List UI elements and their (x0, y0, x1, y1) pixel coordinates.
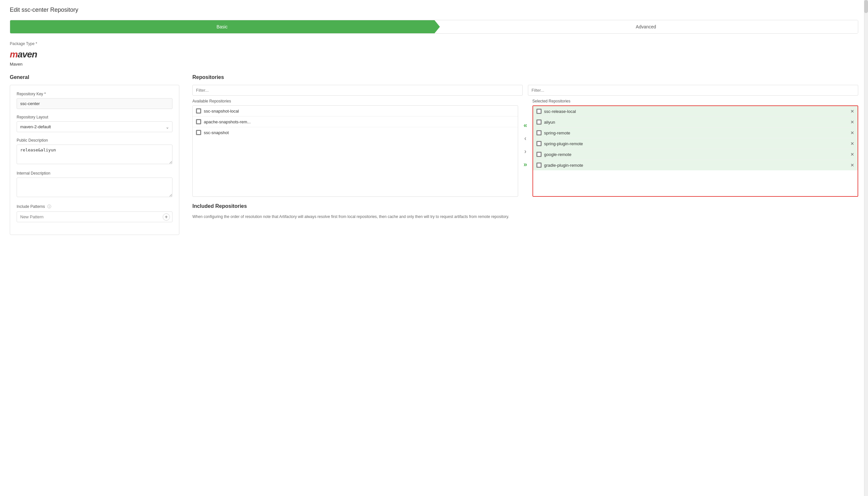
repository-layout-label: Repository Layout (17, 115, 173, 120)
selected-filter-input[interactable] (528, 85, 858, 96)
remove-repo-button[interactable]: ✕ (850, 152, 854, 157)
list-item[interactable]: ssc-snapshot (193, 127, 518, 138)
internal-description-group: Internal Description (17, 171, 173, 198)
internal-description-input[interactable] (17, 177, 173, 197)
move-all-left-button[interactable]: « (522, 120, 528, 129)
repository-layout-select-wrapper: maven-2-defaultsimple-defaultivy-default… (17, 121, 173, 132)
include-patterns-group: Include Patterns ⓘ + (17, 204, 173, 222)
repo-icon (196, 119, 201, 124)
move-all-right-button[interactable]: » (522, 159, 528, 169)
list-item[interactable]: ssc-snapshot-local (193, 106, 518, 117)
include-patterns-label: Include Patterns ⓘ (17, 204, 173, 210)
tab-advanced[interactable]: Advanced (434, 20, 858, 33)
package-type-label: Package Type * (10, 42, 858, 46)
repos-filters (192, 85, 858, 96)
include-patterns-input[interactable] (17, 212, 173, 222)
left-panel: General Repository Key * Repository Layo… (10, 74, 179, 235)
main-content: General Repository Key * Repository Layo… (10, 74, 858, 235)
public-description-label: Public Description (17, 138, 173, 143)
general-box: Repository Key * Repository Layout maven… (10, 85, 179, 235)
remove-repo-button[interactable]: ✕ (850, 163, 854, 167)
available-repo-list: ssc-snapshot-local apache-snapshots-rem.… (192, 105, 518, 197)
selected-repos-label: Selected Repositories (532, 99, 858, 104)
repository-key-group: Repository Key * (17, 92, 173, 109)
repo-icon (536, 152, 542, 157)
add-pattern-button[interactable]: + (163, 213, 170, 221)
available-repos-wrapper: Available Repositories ssc-snapshot-loca… (192, 99, 518, 197)
repo-icon (536, 130, 542, 136)
repository-layout-select[interactable]: maven-2-defaultsimple-defaultivy-default (17, 121, 173, 132)
list-item[interactable]: spring-plugin-remote ✕ (533, 138, 857, 149)
repository-key-label: Repository Key * (17, 92, 173, 96)
public-description-input[interactable]: release&aliyun (17, 144, 173, 164)
general-title: General (10, 74, 179, 80)
include-patterns-wrapper: + (17, 212, 173, 222)
repository-layout-group: Repository Layout maven-2-defaultsimple-… (17, 115, 173, 132)
svg-rect-7 (537, 153, 541, 156)
repo-icon (196, 108, 201, 113)
public-description-group: Public Description release&aliyun (17, 138, 173, 165)
tab-basic[interactable]: Basic (10, 20, 434, 33)
included-repos-title: Included Repositories (192, 203, 858, 209)
repository-key-input[interactable] (17, 98, 173, 109)
list-item[interactable]: apache-snapshots-rem... (193, 117, 518, 127)
scroll-thumb[interactable] (864, 0, 868, 13)
scrollbar[interactable] (864, 0, 868, 496)
list-item[interactable]: ssc-release-local ✕ (533, 106, 857, 117)
repo-name: ssc-snapshot-local (204, 109, 515, 113)
internal-description-label: Internal Description (17, 171, 173, 175)
page-title: Edit ssc-center Repository (10, 6, 858, 13)
list-item[interactable]: gradle-plugin-remote ✕ (533, 160, 857, 170)
selected-repo-list: ssc-release-local ✕ aliyun ✕ (532, 105, 858, 197)
included-repos-description: When configuring the order of resolution… (192, 214, 858, 220)
package-type-section: Package Type * maven Maven (10, 42, 858, 66)
repo-name: spring-plugin-remote (544, 141, 848, 146)
remove-repo-button[interactable]: ✕ (850, 141, 854, 146)
repo-icon (536, 162, 542, 168)
svg-rect-1 (197, 120, 200, 123)
svg-rect-5 (537, 131, 541, 135)
repo-name: google-remote (544, 152, 848, 157)
repo-name: ssc-snapshot (204, 130, 515, 135)
list-item[interactable]: aliyun ✕ (533, 117, 857, 128)
transfer-arrows: « ‹ › » (518, 99, 532, 190)
available-filter-input[interactable] (192, 85, 523, 96)
svg-rect-4 (537, 120, 541, 124)
svg-rect-0 (197, 109, 200, 112)
repo-name: apache-snapshots-rem... (204, 120, 515, 124)
right-panel: Repositories Available Repositories (192, 74, 858, 235)
selected-repos-wrapper: Selected Repositories ssc-release-local … (532, 99, 858, 197)
move-right-button[interactable]: › (523, 146, 528, 156)
repos-columns: Available Repositories ssc-snapshot-loca… (192, 99, 858, 197)
repo-icon (536, 109, 542, 114)
remove-repo-button[interactable]: ✕ (850, 120, 854, 124)
repo-name: ssc-release-local (544, 109, 848, 114)
repo-icon (536, 141, 542, 146)
maven-name: Maven (10, 62, 858, 66)
repo-icon (196, 130, 201, 135)
svg-rect-3 (537, 110, 541, 113)
available-repos-label: Available Repositories (192, 99, 518, 104)
repo-name: spring-remote (544, 130, 848, 136)
list-item[interactable]: google-remote ✕ (533, 149, 857, 160)
repo-name: aliyun (544, 120, 848, 125)
svg-rect-6 (537, 142, 541, 145)
wizard-tabs: Basic Advanced (10, 20, 858, 34)
maven-logo: maven (10, 49, 858, 60)
help-icon: ⓘ (47, 204, 51, 209)
remove-repo-button[interactable]: ✕ (850, 130, 854, 135)
repo-icon (536, 120, 542, 125)
repositories-title: Repositories (192, 74, 858, 80)
maven-logo-text: maven (10, 49, 37, 60)
list-item[interactable]: spring-remote ✕ (533, 128, 857, 138)
included-repos-section: Included Repositories When configuring t… (192, 203, 858, 220)
remove-repo-button[interactable]: ✕ (850, 109, 854, 113)
svg-rect-8 (537, 164, 541, 167)
svg-rect-2 (197, 131, 200, 134)
move-left-button[interactable]: ‹ (523, 134, 528, 143)
repo-name: gradle-plugin-remote (544, 163, 848, 168)
